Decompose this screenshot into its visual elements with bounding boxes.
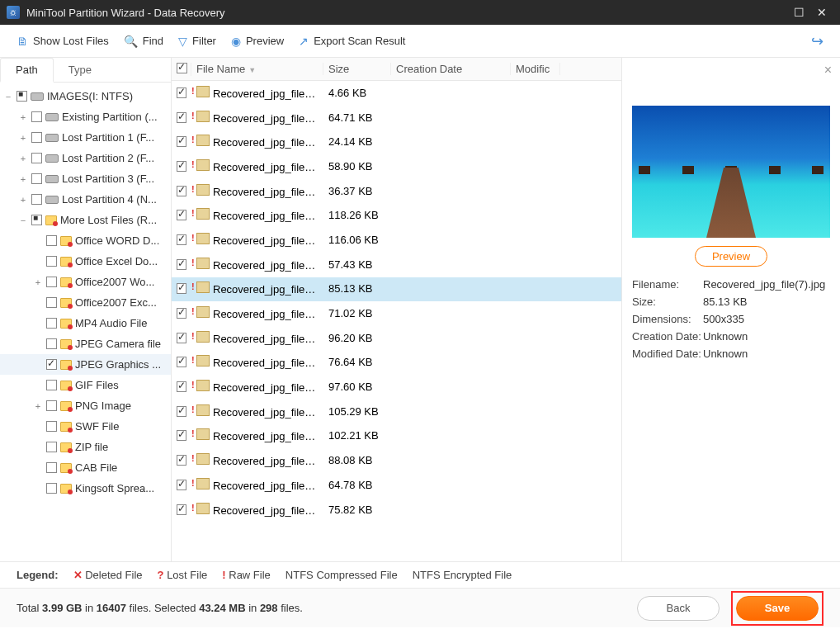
col-filename[interactable]: File Name▼ xyxy=(191,63,323,75)
row-checkbox[interactable] xyxy=(177,406,186,417)
file-row[interactable]: Recovered_jpg_file(77).j... 64.78 KB xyxy=(172,473,621,498)
back-button[interactable]: Back xyxy=(637,596,720,621)
save-button[interactable]: Save xyxy=(736,596,819,621)
search-icon: 🔍 xyxy=(124,35,138,48)
file-row[interactable]: Recovered_jpg_file(67).j... 118.26 KB xyxy=(172,203,621,228)
find-button[interactable]: 🔍Find xyxy=(124,35,163,48)
row-checkbox[interactable] xyxy=(177,136,186,147)
file-row[interactable]: Recovered_jpg_file(69).j... 57.43 KB xyxy=(172,253,621,277)
row-checkbox[interactable] xyxy=(177,333,186,343)
file-icon xyxy=(196,331,210,343)
file-row[interactable]: Recovered_jpg_file(64).j... 24.14 KB xyxy=(172,130,621,154)
row-checkbox[interactable] xyxy=(177,308,186,319)
file-icon xyxy=(196,503,210,514)
tree-item[interactable]: Office Excel Do... xyxy=(0,251,171,272)
col-size[interactable]: Size xyxy=(323,63,391,75)
preview-open-button[interactable]: Preview xyxy=(695,246,767,267)
file-grid[interactable]: Recovered_jpg_file(62).j... 4.66 KB Reco… xyxy=(172,81,621,561)
row-checkbox[interactable] xyxy=(177,234,186,245)
row-checkbox[interactable] xyxy=(177,430,186,441)
file-row[interactable]: Recovered_jpg_file(66).j... 36.37 KB xyxy=(172,179,621,204)
tree-item[interactable]: ZIP file xyxy=(0,437,171,457)
row-checkbox[interactable] xyxy=(177,161,186,172)
file-row[interactable]: Recovered_jpg_file(78).j... 75.82 KB xyxy=(172,498,621,523)
file-row[interactable]: Recovered_jpg_file(65).j... 58.90 KB xyxy=(172,154,621,179)
show-lost-files-button[interactable]: 🗎Show Lost Files xyxy=(17,35,109,48)
file-row[interactable]: Recovered_jpg_file(68).j... 116.06 KB xyxy=(172,228,621,253)
export-button[interactable]: ↗Export Scan Result xyxy=(299,35,405,48)
row-checkbox[interactable] xyxy=(177,112,186,123)
file-icon xyxy=(196,355,210,367)
share-icon[interactable]: ↪ xyxy=(811,32,823,50)
row-checkbox[interactable] xyxy=(177,283,186,294)
tree-item[interactable]: MP4 Audio File xyxy=(0,313,171,333)
file-row[interactable]: Recovered_jpg_file(63).j... 64.71 KB xyxy=(172,106,621,130)
folder-tree[interactable]: −IMAGES(I: NTFS)+Existing Partition (...… xyxy=(0,83,171,561)
tree-item[interactable]: JPEG Camera file xyxy=(0,333,171,354)
preview-metadata: Filename:Recovered_jpg_file(7).jpg Size:… xyxy=(632,278,830,360)
row-checkbox[interactable] xyxy=(177,504,186,515)
tree-item[interactable]: +PNG Image xyxy=(0,395,171,416)
col-creation-date[interactable]: Creation Date xyxy=(391,63,511,75)
file-icon xyxy=(196,86,210,97)
eye-icon: ◉ xyxy=(231,35,241,48)
row-checkbox[interactable] xyxy=(177,210,186,220)
file-row[interactable]: Recovered_jpg_file(62).j... 4.66 KB xyxy=(172,81,621,106)
row-checkbox[interactable] xyxy=(177,186,186,196)
tree-item[interactable]: +Lost Partition 1 (F... xyxy=(0,127,171,148)
raw-mark-icon: ! xyxy=(222,569,225,581)
row-checkbox[interactable] xyxy=(177,381,186,392)
tree-item[interactable]: −More Lost Files (R... xyxy=(0,210,171,230)
row-checkbox[interactable] xyxy=(177,259,186,270)
title-bar: ⛭ MiniTool Partition Wizard - Data Recov… xyxy=(0,0,840,25)
tree-item[interactable]: +Lost Partition 3 (F... xyxy=(0,168,171,189)
lost-mark-icon: ? xyxy=(158,569,164,581)
tree-item[interactable]: +Lost Partition 4 (N... xyxy=(0,189,171,210)
maximize-button[interactable]: ☐ xyxy=(787,6,810,19)
tree-root[interactable]: −IMAGES(I: NTFS) xyxy=(0,86,171,106)
preview-close-icon[interactable]: × xyxy=(824,63,832,78)
select-all-checkbox[interactable] xyxy=(177,63,187,73)
tree-item[interactable]: Office WORD D... xyxy=(0,230,171,251)
file-row[interactable]: Recovered_jpg_file(74).j... 105.29 KB xyxy=(172,400,621,424)
col-modified[interactable]: Modific xyxy=(511,63,560,75)
file-row[interactable]: Recovered_jpg_file(75).j... 102.21 KB xyxy=(172,424,621,449)
file-row[interactable]: Recovered_jpg_file(76).j... 88.08 KB xyxy=(172,448,621,473)
file-icon xyxy=(196,258,210,269)
row-checkbox[interactable] xyxy=(177,357,186,367)
tree-item[interactable]: SWF File xyxy=(0,416,171,437)
file-icon xyxy=(196,233,210,244)
file-icon xyxy=(196,380,210,391)
tree-item[interactable]: JPEG Graphics ... xyxy=(0,354,171,375)
file-row[interactable]: Recovered_jpg_file(7).jpg 85.13 KB xyxy=(172,277,621,302)
row-checkbox[interactable] xyxy=(177,455,186,466)
deleted-mark-icon: ✕ xyxy=(73,569,83,581)
tab-path[interactable]: Path xyxy=(0,58,54,83)
file-icon xyxy=(196,111,210,122)
status-text: Total 3.99 GB in 16407 files. Selected 4… xyxy=(17,602,303,614)
preview-button[interactable]: ◉Preview xyxy=(231,35,284,48)
filter-button[interactable]: ▽Filter xyxy=(178,35,216,48)
file-icon xyxy=(196,306,210,318)
tree-item[interactable]: Office2007 Exc... xyxy=(0,292,171,313)
tree-item[interactable]: GIF Files xyxy=(0,375,171,395)
meta-size: 85.13 KB xyxy=(703,296,830,308)
tab-type[interactable]: Type xyxy=(54,58,106,82)
file-row[interactable]: Recovered_jpg_file(73).j... 97.60 KB xyxy=(172,375,621,400)
tree-item[interactable]: +Lost Partition 2 (F... xyxy=(0,148,171,168)
file-icon xyxy=(196,208,210,220)
tree-item[interactable]: Kingsoft Sprea... xyxy=(0,478,171,499)
tree-item[interactable]: CAB File xyxy=(0,457,171,478)
file-row[interactable]: Recovered_jpg_file(72).j... 76.64 KB xyxy=(172,351,621,376)
tree-item[interactable]: +Office2007 Wo... xyxy=(0,272,171,292)
row-checkbox[interactable] xyxy=(177,480,186,490)
close-button[interactable]: ✕ xyxy=(810,6,833,19)
file-icon xyxy=(196,159,210,171)
file-icon xyxy=(196,478,210,489)
tree-item[interactable]: +Existing Partition (... xyxy=(0,106,171,127)
status-bar: Total 3.99 GB in 16407 files. Selected 4… xyxy=(0,588,840,627)
file-row[interactable]: Recovered_jpg_file(70).j... 71.02 KB xyxy=(172,301,621,326)
app-icon: ⛭ xyxy=(7,6,20,19)
row-checkbox[interactable] xyxy=(177,87,186,98)
file-row[interactable]: Recovered_jpg_file(71).j... 96.20 KB xyxy=(172,326,621,351)
